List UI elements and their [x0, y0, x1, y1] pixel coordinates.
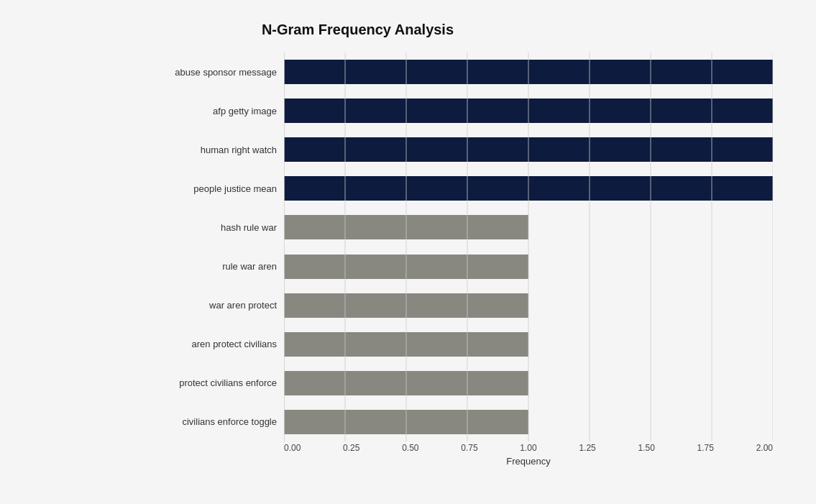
x-axis-label: Frequency: [284, 456, 773, 467]
x-tick-label: 1.00: [520, 443, 536, 453]
x-tick-label: 0.25: [343, 443, 359, 453]
bars-column: [284, 52, 773, 441]
bar-label: hash rule war: [144, 208, 284, 247]
bar-label: afp getty image: [144, 91, 284, 130]
bar-fill: [284, 371, 528, 395]
bar-label: human right watch: [144, 130, 284, 169]
x-tick-label: 1.25: [579, 443, 595, 453]
bar-fill: [284, 255, 528, 279]
bar-fill: [284, 176, 773, 201]
bar-row: [284, 52, 773, 91]
bar-label: civilians enforce toggle: [144, 403, 284, 441]
bar-row: [284, 247, 773, 285]
bar-fill: [284, 332, 528, 357]
bar-label: war aren protect: [144, 286, 284, 325]
chart-container: N-Gram Frequency Analysis abuse sponsor …: [0, 0, 816, 504]
bar-label: rule war aren: [144, 247, 284, 285]
x-axis-labels: 0.000.250.500.751.001.251.501.752.00 Fre…: [284, 443, 773, 467]
bar-row: [284, 364, 773, 403]
bar-row: [284, 403, 773, 441]
bar-fill: [284, 98, 773, 123]
bar-fill: [284, 137, 773, 162]
x-tick-label: 0.75: [461, 443, 477, 453]
bar-row: [284, 169, 773, 208]
bar-row: [284, 208, 773, 247]
bar-fill: [284, 60, 773, 84]
bar-label: people justice mean: [144, 169, 284, 208]
bar-row: [284, 286, 773, 325]
chart-title: N-Gram Frequency Analysis: [43, 22, 672, 38]
bar-label: protect civilians enforce: [144, 364, 284, 403]
bar-fill: [284, 293, 528, 318]
chart-inner: abuse sponsor messageafp getty imagehuma…: [144, 52, 773, 441]
x-tick-label: 1.75: [697, 443, 714, 453]
bar-label: abuse sponsor message: [144, 52, 284, 91]
bar-row: [284, 325, 773, 364]
bar-row: [284, 130, 773, 169]
x-tick-label: 2.00: [756, 443, 773, 453]
x-tick-label: 0.50: [402, 443, 418, 453]
bar-row: [284, 91, 773, 130]
x-axis-section: 0.000.250.500.751.001.251.501.752.00 Fre…: [144, 443, 773, 467]
bar-fill: [284, 215, 528, 239]
x-tick-label: 0.00: [284, 443, 301, 453]
x-axis-spacer: [144, 443, 284, 467]
labels-column: abuse sponsor messageafp getty imagehuma…: [144, 52, 284, 441]
x-ticks-row: 0.000.250.500.751.001.251.501.752.00: [284, 443, 773, 453]
bar-fill: [284, 410, 528, 434]
bar-label: aren protect civilians: [144, 325, 284, 364]
bars-inner: [284, 52, 773, 441]
x-tick-label: 1.50: [638, 443, 654, 453]
